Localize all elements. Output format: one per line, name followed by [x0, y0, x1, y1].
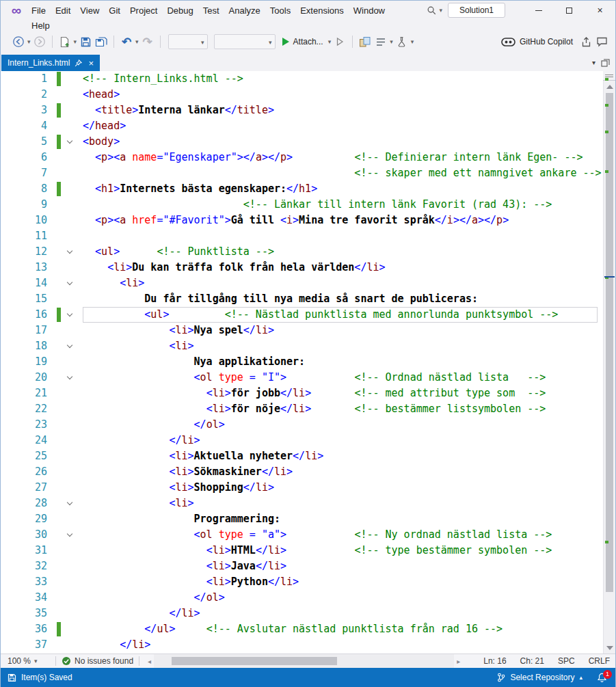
code-line-6[interactable]: 6 <p><a name="Egenskaper"></a></p> <!-- … [1, 150, 603, 165]
menu-file[interactable]: File [27, 2, 51, 19]
code-area[interactable]: 1<!-- Intern_Links.html -->2<head>3 <tit… [1, 71, 603, 654]
notifications-button[interactable]: 1 [597, 673, 607, 683]
redo-button[interactable]: ↷ [141, 33, 155, 50]
code-line-5[interactable]: 5<body> [1, 134, 603, 150]
navigate-back-button[interactable] [12, 33, 25, 50]
horizontal-scrollbar[interactable] [154, 654, 454, 668]
new-file-button[interactable] [58, 33, 72, 50]
tab-close-icon[interactable]: × [87, 58, 94, 68]
code-line-36[interactable]: 36 </ul> <!-- Avslutar nästlad punktlist… [1, 621, 603, 637]
code-line-12[interactable]: 12 <ul> <!-- Punktlista --> [1, 244, 603, 260]
profiler-button[interactable] [395, 33, 409, 50]
search-dropdown-icon[interactable]: ▾ [439, 8, 442, 14]
fold-chevron-icon[interactable] [64, 527, 76, 543]
horizontal-scrollbar-thumb[interactable] [172, 657, 337, 665]
code-line-29[interactable]: 29 Programmering: [1, 511, 603, 527]
fold-chevron-icon[interactable] [64, 370, 76, 386]
hscroll-right-icon[interactable]: ▸ [454, 658, 463, 665]
zoom-control[interactable]: 100 % ▾ [8, 656, 50, 666]
minimize-button[interactable] [523, 1, 554, 20]
menu-test[interactable]: Test [198, 2, 224, 19]
code-line-10[interactable]: 10 <p><a href="#Favorit">Gå till <i>Mina… [1, 213, 603, 228]
close-button[interactable]: × [585, 1, 615, 20]
fold-chevron-icon[interactable] [64, 275, 76, 291]
save-button[interactable] [79, 33, 92, 50]
undo-button[interactable]: ↶ [120, 33, 133, 50]
editor[interactable]: 1<!-- Intern_Links.html -->2<head>3 <tit… [1, 71, 615, 654]
hscroll-left-icon[interactable]: ◂ [145, 658, 154, 665]
code-line-37[interactable]: 37 </li> [1, 637, 603, 653]
issues-status[interactable]: No issues found [75, 656, 133, 666]
code-line-30[interactable]: 30 <ol type = "a"> <!-- Ny ordnad nästla… [1, 527, 603, 543]
code-line-13[interactable]: 13 <li>Du kan träffa folk från hela värl… [1, 260, 603, 275]
menu-tools[interactable]: Tools [265, 2, 295, 19]
tab-list-chevron-icon[interactable]: ▾ [592, 59, 595, 66]
code-line-8[interactable]: 8 <h1>Internets bästa egenskaper:</h1> [1, 181, 603, 197]
code-line-20[interactable]: 20 <ol type = "I"> <!-- Ordnad nästlad l… [1, 370, 603, 386]
fold-chevron-icon[interactable] [64, 338, 76, 354]
code-line-22[interactable]: 22 <li>för nöje</li> <!-- bestämmer list… [1, 401, 603, 417]
configuration-dropdown[interactable]: ▾ [168, 34, 208, 49]
code-line-3[interactable]: 3 <title>Interna länkar</title> [1, 103, 603, 118]
scroll-down-icon[interactable] [606, 646, 613, 650]
search-button[interactable]: ▾ [421, 5, 448, 16]
github-copilot-button[interactable]: GitHub Copilot [497, 37, 577, 47]
menu-window[interactable]: Window [349, 2, 390, 19]
share-button[interactable] [579, 33, 593, 50]
code-line-23[interactable]: 23 </ol> [1, 417, 603, 433]
menu-git[interactable]: Git [104, 2, 125, 19]
code-line-2[interactable]: 2<head> [1, 87, 603, 103]
vertical-scrollbar[interactable] [603, 71, 615, 654]
undo-dropdown-icon[interactable]: ▾ [135, 39, 139, 45]
menu-help[interactable]: Help [27, 20, 55, 31]
fold-chevron-icon[interactable] [64, 134, 76, 150]
tab-intern-links[interactable]: Intern_Links.html × [1, 55, 100, 71]
code-line-21[interactable]: 21 <li>för jobb</li> <!-- med attribut t… [1, 386, 603, 401]
code-line-35[interactable]: 35 </li> [1, 606, 603, 621]
code-line-14[interactable]: 14 <li> [1, 275, 603, 291]
profiler-dropdown-icon[interactable]: ▾ [411, 39, 414, 45]
solution-badge[interactable]: Solution1 [448, 3, 505, 18]
menu-analyze[interactable]: Analyze [224, 2, 265, 19]
attach-button[interactable]: Attach... [280, 37, 326, 46]
code-line-33[interactable]: 33 <li>Python</li> [1, 574, 603, 590]
save-all-button[interactable] [94, 33, 108, 50]
code-cleanup-button[interactable] [374, 33, 388, 50]
menu-edit[interactable]: Edit [51, 2, 75, 19]
document-well-options-icon[interactable] [601, 59, 610, 67]
scroll-up-icon[interactable] [606, 85, 613, 89]
code-line-1[interactable]: 1<!-- Intern_Links.html --> [1, 71, 603, 87]
fold-chevron-icon[interactable] [64, 244, 76, 260]
code-line-27[interactable]: 27 <li>Shopping</li> [1, 480, 603, 496]
maximize-button[interactable] [554, 1, 585, 20]
fold-chevron-icon[interactable] [64, 307, 76, 323]
code-cleanup-dropdown-icon[interactable]: ▾ [390, 39, 393, 45]
code-line-32[interactable]: 32 <li>Java</li> [1, 558, 603, 574]
code-line-11[interactable]: 11 [1, 228, 603, 244]
indentation-indicator[interactable]: SPC [558, 656, 575, 666]
hot-reload-button[interactable] [358, 33, 372, 50]
menu-view[interactable]: View [75, 2, 104, 19]
navigate-back-dropdown-icon[interactable]: ▾ [27, 39, 31, 45]
code-line-9[interactable]: 9 <!-- Länkar till intern länk Favorit (… [1, 197, 603, 213]
vertical-scrollbar-thumb[interactable] [606, 93, 613, 592]
new-file-dropdown-icon[interactable]: ▾ [74, 39, 77, 45]
feedback-button[interactable] [595, 33, 608, 50]
code-line-24[interactable]: 24 </li> [1, 433, 603, 448]
health-check-icon[interactable] [62, 656, 71, 666]
code-line-7[interactable]: 7 <!-- skaper med ett namngivet ankare -… [1, 165, 603, 181]
menu-debug[interactable]: Debug [162, 2, 198, 19]
menu-extensions[interactable]: Extensions [295, 2, 349, 19]
code-line-15[interactable]: 15 Du får tillgång till nya media så sna… [1, 291, 603, 307]
code-line-34[interactable]: 34 </ol> [1, 590, 603, 606]
code-line-28[interactable]: 28 <li> [1, 496, 603, 511]
code-line-18[interactable]: 18 <li> [1, 338, 603, 354]
code-line-26[interactable]: 26 <li>Sökmaskiner</li> [1, 464, 603, 480]
start-without-debugging-button[interactable] [333, 33, 347, 50]
code-line-17[interactable]: 17 <li>Nya spel</li> [1, 323, 603, 338]
line-ending-indicator[interactable]: CRLF [589, 656, 610, 666]
code-line-4[interactable]: 4</head> [1, 118, 603, 134]
code-line-25[interactable]: 25 <li>Aktuella nyheter</li> [1, 448, 603, 464]
menu-project[interactable]: Project [125, 2, 162, 19]
fold-chevron-icon[interactable] [64, 496, 76, 511]
